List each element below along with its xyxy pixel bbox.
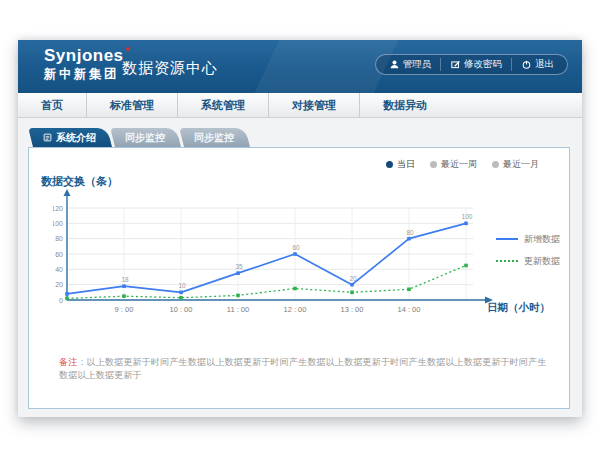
main-nav: 首页 标准管理 系统管理 对接管理 数据异动	[18, 93, 582, 118]
svg-text:60: 60	[55, 251, 63, 258]
legend-new-data-label: 新增数据	[524, 233, 560, 246]
legend-item-updated-data: 更新数据	[496, 254, 560, 268]
user-icon	[389, 59, 400, 70]
nav-item-standard-mgmt[interactable]: 标准管理	[86, 93, 177, 117]
nav-item-system-mgmt[interactable]: 系统管理	[177, 93, 268, 117]
svg-text:60: 60	[292, 244, 300, 251]
svg-text:20: 20	[349, 275, 357, 282]
range-filter-group: 当日 最近一周 最近一月	[386, 158, 539, 171]
footnote: 备注：以上数据更新于时间产生数据以上数据更新于时间产生数据以上数据更新于时间产生…	[59, 356, 554, 382]
legend-updated-data-label: 更新数据	[524, 255, 560, 268]
app-page: Synjones 新中新集团 数据资源中心 管理员 修改密	[18, 40, 582, 417]
svg-text:10: 10	[178, 282, 186, 289]
svg-text:20: 20	[55, 281, 63, 288]
svg-text:11 : 00: 11 : 00	[227, 305, 249, 314]
brand-logo-cn: 新中新集团	[44, 68, 130, 82]
radio-dot-icon	[492, 161, 499, 168]
filter-today[interactable]: 当日	[386, 158, 415, 171]
logout-icon	[521, 59, 532, 70]
svg-text:9 : 00: 9 : 00	[115, 305, 134, 314]
footnote-text: ：以上数据更新于时间产生数据以上数据更新于时间产生数据以上数据更新于时间产生数据…	[59, 357, 547, 380]
chart-panel: 当日 最近一周 最近一月 数据交换（条） 0204060801001209 : …	[28, 147, 570, 409]
svg-text:100: 100	[462, 213, 473, 220]
footnote-label: 备注	[59, 357, 77, 367]
admin-user-label: 管理员	[403, 58, 432, 71]
logout-button[interactable]: 退出	[511, 58, 563, 71]
tab-system-intro-label: 系统介绍	[56, 128, 96, 147]
svg-text:18: 18	[121, 276, 129, 283]
svg-text:10 : 00: 10 : 00	[170, 305, 193, 314]
app-header: Synjones 新中新集团 数据资源中心 管理员 修改密	[18, 40, 582, 93]
svg-text:120: 120	[53, 205, 63, 212]
registered-mark-icon	[126, 47, 130, 51]
tab-sync-monitor-1-label: 同步监控	[125, 128, 165, 147]
solid-line-icon	[496, 238, 518, 240]
svg-text:12 : 00: 12 : 00	[284, 305, 307, 314]
content-area: 系统介绍 同步监控 同步监控 当日	[18, 118, 582, 417]
svg-text:35: 35	[235, 263, 243, 270]
logout-label: 退出	[535, 58, 554, 71]
brand-logo-text: Synjones	[44, 46, 124, 65]
radio-dot-icon	[430, 161, 437, 168]
svg-text:80: 80	[55, 235, 63, 242]
brand-logo: Synjones 新中新集团	[44, 47, 130, 81]
dotted-line-icon	[496, 260, 518, 262]
filter-last-week-label: 最近一周	[441, 158, 477, 171]
filter-today-label: 当日	[397, 158, 415, 171]
svg-text:13 : 00: 13 : 00	[341, 305, 364, 314]
nav-item-data-change[interactable]: 数据异动	[359, 93, 450, 117]
svg-text:80: 80	[406, 229, 414, 236]
tab-sync-monitor-2[interactable]: 同步监控	[184, 128, 250, 147]
svg-text:40: 40	[55, 266, 63, 273]
screenshot-frame: Synjones 新中新集团 数据资源中心 管理员 修改密	[0, 0, 600, 450]
brand-logo-en: Synjones	[44, 47, 130, 66]
filter-last-month[interactable]: 最近一月	[492, 158, 539, 171]
nav-item-interface-mgmt[interactable]: 对接管理	[268, 93, 359, 117]
chart-legend: 新增数据 更新数据	[496, 232, 560, 276]
admin-user-button[interactable]: 管理员	[380, 58, 441, 71]
filter-last-week[interactable]: 最近一周	[430, 158, 477, 171]
user-toolbar: 管理员 修改密码 退出	[375, 54, 569, 75]
svg-text:100: 100	[53, 220, 63, 227]
y-axis-title: 数据交换（条）	[41, 174, 118, 189]
line-chart: 0204060801001209 : 0010 : 0011 : 0012 : …	[53, 188, 523, 322]
tab-bar: 系统介绍 同步监控 同步监控	[33, 128, 250, 147]
radio-dot-icon	[386, 161, 393, 168]
document-icon	[43, 133, 52, 142]
filter-last-month-label: 最近一月	[503, 158, 539, 171]
page-title: 数据资源中心	[122, 59, 218, 78]
tab-system-intro[interactable]: 系统介绍	[33, 128, 112, 147]
tab-sync-monitor-2-label: 同步监控	[194, 128, 234, 147]
change-password-button[interactable]: 修改密码	[440, 58, 511, 71]
tab-sync-monitor-1[interactable]: 同步监控	[115, 128, 181, 147]
svg-text:0: 0	[59, 297, 63, 304]
x-axis-title: 日期（小时）	[487, 301, 550, 315]
nav-item-home[interactable]: 首页	[18, 93, 86, 117]
legend-item-new-data: 新增数据	[496, 232, 560, 246]
edit-icon	[450, 59, 461, 70]
change-password-label: 修改密码	[464, 58, 502, 71]
svg-text:14 : 00: 14 : 00	[398, 305, 421, 314]
